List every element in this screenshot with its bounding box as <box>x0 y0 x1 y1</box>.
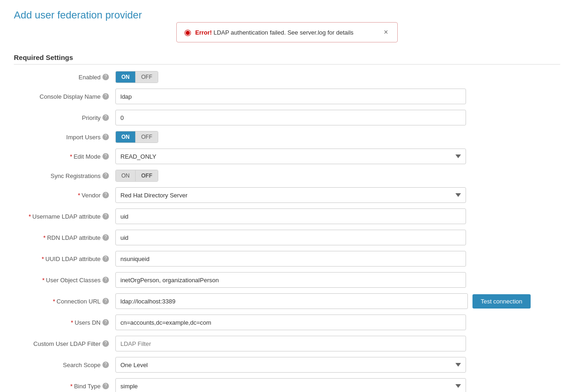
enabled-off-button[interactable]: OFF <box>135 71 158 83</box>
sync-registrations-on-button[interactable]: ON <box>116 170 135 181</box>
import-users-help-icon[interactable]: ? <box>102 134 109 140</box>
uuid-ldap-input[interactable] <box>115 251 466 267</box>
import-users-label: Import Users ? <box>14 134 115 141</box>
custom-filter-input[interactable] <box>115 336 466 351</box>
username-ldap-label: * Username LDAP attribute ? <box>14 213 115 220</box>
import-users-on-button[interactable]: ON <box>116 131 135 143</box>
console-display-name-help-icon[interactable]: ? <box>102 93 109 100</box>
uuid-ldap-row: * UUID LDAP attribute ? <box>14 251 560 267</box>
rdn-ldap-row: * RDN LDAP attribute ? <box>14 230 560 245</box>
edit-mode-help-icon[interactable]: ? <box>102 153 109 160</box>
custom-filter-row: Custom User LDAP Filter ? <box>14 336 560 351</box>
user-object-classes-row: * User Object Classes ? <box>14 272 560 288</box>
enabled-label: Enabled ? <box>14 74 115 81</box>
user-object-classes-input[interactable] <box>115 272 466 288</box>
test-connection-button[interactable]: Test connection <box>472 294 531 309</box>
enabled-on-button[interactable]: ON <box>116 71 135 83</box>
connection-url-field-group: Test connection <box>115 293 531 309</box>
vendor-label: * Vendor ? <box>14 192 115 199</box>
priority-label: Priority ? <box>14 114 115 121</box>
edit-mode-label: * Edit Mode ? <box>14 153 115 160</box>
custom-filter-label: Custom User LDAP Filter ? <box>14 340 115 347</box>
rdn-ldap-help-icon[interactable]: ? <box>102 234 109 241</box>
users-dn-help-icon[interactable]: ? <box>102 319 109 326</box>
user-object-classes-label: * User Object Classes ? <box>14 277 115 284</box>
rdn-ldap-input[interactable] <box>115 230 466 245</box>
bind-type-help-icon[interactable]: ? <box>102 383 109 389</box>
search-scope-row: Search Scope ? One Level Subtree <box>14 357 560 373</box>
bind-type-select[interactable]: simple none <box>115 378 466 392</box>
connection-url-row: * Connection URL ? Test connection <box>14 293 560 309</box>
console-display-name-row: Console Display Name ? ldap <box>14 89 560 104</box>
username-ldap-row: * Username LDAP attribute ? <box>14 208 560 224</box>
connection-url-label: * Connection URL ? <box>14 298 115 305</box>
sync-registrations-off-button[interactable]: OFF <box>135 170 158 181</box>
users-dn-row: * Users DN ? <box>14 315 560 330</box>
import-users-off-button[interactable]: OFF <box>135 131 158 143</box>
bind-type-label: * Bind Type ? <box>14 383 115 390</box>
enabled-help-icon[interactable]: ? <box>102 74 109 80</box>
error-icon: ◉ <box>184 27 191 37</box>
error-banner: ◉ Error! LDAP authentication failed. See… <box>176 22 398 42</box>
connection-url-input[interactable] <box>115 293 468 309</box>
enabled-row: Enabled ? ON OFF <box>14 71 560 83</box>
edit-mode-select[interactable]: READ_ONLY WRITABLE UNSYNCED <box>115 148 466 164</box>
required-settings-heading: Required Settings <box>14 53 560 65</box>
users-dn-label: * Users DN ? <box>14 319 115 326</box>
enabled-toggle[interactable]: ON OFF <box>115 71 158 83</box>
custom-filter-help-icon[interactable]: ? <box>102 340 109 347</box>
priority-input[interactable]: 0 <box>115 110 466 125</box>
console-display-name-input[interactable]: ldap <box>115 89 466 104</box>
error-message: Error! LDAP authentication failed. See s… <box>195 29 353 36</box>
user-object-classes-help-icon[interactable]: ? <box>102 277 109 283</box>
vendor-help-icon[interactable]: ? <box>102 192 109 198</box>
sync-registrations-row: Sync Registrations ? ON OFF <box>14 170 560 182</box>
uuid-ldap-label: * UUID LDAP attribute ? <box>14 255 115 262</box>
bind-type-row: * Bind Type ? simple none <box>14 378 560 392</box>
search-scope-select[interactable]: One Level Subtree <box>115 357 466 373</box>
search-scope-label: Search Scope ? <box>14 362 115 368</box>
uuid-ldap-help-icon[interactable]: ? <box>102 255 109 262</box>
page-title: Add user federation provider <box>14 9 560 21</box>
import-users-toggle[interactable]: ON OFF <box>115 131 158 143</box>
connection-url-help-icon[interactable]: ? <box>102 298 109 304</box>
username-ldap-input[interactable] <box>115 208 466 224</box>
edit-mode-row: * Edit Mode ? READ_ONLY WRITABLE UNSYNCE… <box>14 148 560 164</box>
search-scope-help-icon[interactable]: ? <box>102 362 109 368</box>
priority-help-icon[interactable]: ? <box>102 114 109 121</box>
vendor-select[interactable]: Red Hat Directory Server Active Director… <box>115 187 466 203</box>
sync-registrations-toggle[interactable]: ON OFF <box>115 170 158 182</box>
console-display-name-label: Console Display Name ? <box>14 93 115 100</box>
vendor-row: * Vendor ? Red Hat Directory Server Acti… <box>14 187 560 203</box>
import-users-row: Import Users ? ON OFF <box>14 131 560 143</box>
sync-registrations-help-icon[interactable]: ? <box>102 172 109 179</box>
rdn-ldap-label: * RDN LDAP attribute ? <box>14 234 115 241</box>
sync-registrations-label: Sync Registrations ? <box>14 172 115 179</box>
close-error-button[interactable]: × <box>382 28 390 36</box>
username-ldap-help-icon[interactable]: ? <box>102 213 109 220</box>
priority-row: Priority ? 0 <box>14 110 560 125</box>
users-dn-input[interactable] <box>115 315 466 330</box>
